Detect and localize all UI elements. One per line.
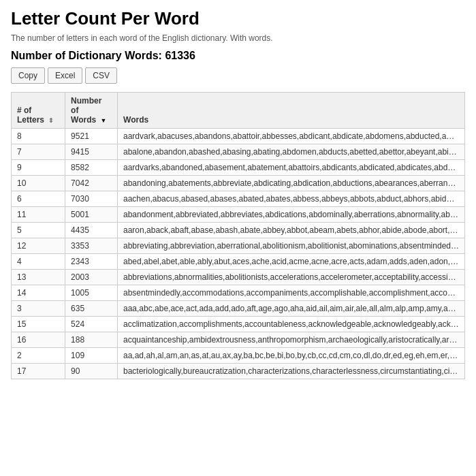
table-row: 42343abed,abel,abet,able,ably,abut,aces,… — [12, 254, 465, 270]
cell-words: aa,ad,ah,al,am,an,as,at,au,ax,ay,ba,bc,b… — [118, 348, 465, 364]
csv-button[interactable]: CSV — [85, 67, 117, 84]
col-words: Words — [118, 93, 465, 129]
col-word-count[interactable]: NumberofWords ▼ — [65, 93, 118, 129]
cell-count: 109 — [65, 348, 118, 364]
cell-letters: 4 — [12, 254, 65, 270]
cell-words: acclimatization,accomplishments,accounta… — [118, 317, 465, 332]
cell-count: 9415 — [65, 144, 118, 160]
cell-letters: 11 — [12, 207, 65, 223]
cell-letters: 2 — [12, 348, 65, 364]
cell-letters: 7 — [12, 144, 65, 160]
cell-words: aardvarks,abandoned,abasement,abatement,… — [118, 160, 465, 176]
sort-icon-words: ▼ — [101, 117, 107, 124]
cell-count: 8582 — [65, 160, 118, 176]
cell-words: abbreviations,abnormalities,abolitionist… — [118, 270, 465, 285]
table-row: 16188acquaintanceship,ambidextrousness,a… — [12, 332, 465, 348]
cell-letters: 5 — [12, 223, 65, 238]
cell-letters: 3 — [12, 301, 65, 317]
table-row: 3635aaa,abc,abe,ace,act,ada,add,ado,aft,… — [12, 301, 465, 317]
table-row: 89521aardvark,abacuses,abandons,abattoir… — [12, 129, 465, 144]
table-row: 1790bacteriologically,bureaucratization,… — [12, 364, 465, 379]
data-table: # ofLetters ⇕ NumberofWords ▼ Words 8952… — [11, 92, 465, 379]
table-row: 2109aa,ad,ah,al,am,an,as,at,au,ax,ay,ba,… — [12, 348, 465, 364]
cell-letters: 16 — [12, 332, 65, 348]
cell-count: 7030 — [65, 191, 118, 207]
cell-count: 5001 — [65, 207, 118, 223]
copy-button[interactable]: Copy — [11, 67, 45, 84]
table-row: 107042abandoning,abatements,abbreviate,a… — [12, 176, 465, 191]
cell-words: aaa,abc,abe,ace,act,ada,add,ado,aft,age,… — [118, 301, 465, 317]
table-row: 132003abbreviations,abnormalities,abolit… — [12, 270, 465, 285]
cell-letters: 15 — [12, 317, 65, 332]
table-row: 67030aachen,abacus,abased,abases,abated,… — [12, 191, 465, 207]
table-row: 15524acclimatization,accomplishments,acc… — [12, 317, 465, 332]
subtitle: The number of letters in each word of th… — [11, 33, 465, 43]
table-row: 115001abandonment,abbreviated,abbreviate… — [12, 207, 465, 223]
cell-words: abandoning,abatements,abbreviate,abdicat… — [118, 176, 465, 191]
col-letters[interactable]: # ofLetters ⇕ — [12, 93, 65, 129]
sort-icon-letters: ⇕ — [48, 117, 54, 124]
cell-letters: 6 — [12, 191, 65, 207]
cell-count: 188 — [65, 332, 118, 348]
cell-words: abandonment,abbreviated,abbreviates,abdi… — [118, 207, 465, 223]
cell-letters: 9 — [12, 160, 65, 176]
cell-letters: 10 — [12, 176, 65, 191]
cell-words: aardvark,abacuses,abandons,abattoir,abbe… — [118, 129, 465, 144]
cell-count: 635 — [65, 301, 118, 317]
cell-count: 524 — [65, 317, 118, 332]
cell-words: aachen,abacus,abased,abases,abated,abate… — [118, 191, 465, 207]
table-row: 123353abbreviating,abbreviation,aberrati… — [12, 238, 465, 254]
excel-button[interactable]: Excel — [48, 67, 82, 84]
cell-words: abed,abel,abet,able,ably,abut,aces,ache,… — [118, 254, 465, 270]
cell-count: 4435 — [65, 223, 118, 238]
cell-count: 2343 — [65, 254, 118, 270]
cell-words: aaron,aback,abaft,abase,abash,abate,abbe… — [118, 223, 465, 238]
cell-letters: 17 — [12, 364, 65, 379]
cell-words: bacteriologically,bureaucratization,char… — [118, 364, 465, 379]
word-count: Number of Dictionary Words: 61336 — [11, 50, 465, 62]
cell-letters: 8 — [12, 129, 65, 144]
button-group: Copy Excel CSV — [11, 67, 465, 84]
cell-count: 1005 — [65, 285, 118, 301]
cell-words: abalone,abandon,abashed,abasing,abating,… — [118, 144, 465, 160]
cell-count: 7042 — [65, 176, 118, 191]
page-title: Letter Count Per Word — [11, 8, 465, 29]
cell-words: acquaintanceship,ambidextrousness,anthro… — [118, 332, 465, 348]
cell-letters: 14 — [12, 285, 65, 301]
table-row: 54435aaron,aback,abaft,abase,abash,abate… — [12, 223, 465, 238]
cell-count: 3353 — [65, 238, 118, 254]
table-row: 141005absentmindedly,accommodations,acco… — [12, 285, 465, 301]
cell-count: 90 — [65, 364, 118, 379]
cell-letters: 13 — [12, 270, 65, 285]
table-row: 79415abalone,abandon,abashed,abasing,aba… — [12, 144, 465, 160]
cell-count: 9521 — [65, 129, 118, 144]
cell-words: abbreviating,abbreviation,aberrational,a… — [118, 238, 465, 254]
cell-count: 2003 — [65, 270, 118, 285]
cell-words: absentmindedly,accommodations,accompanim… — [118, 285, 465, 301]
cell-letters: 12 — [12, 238, 65, 254]
table-row: 98582aardvarks,abandoned,abasement,abate… — [12, 160, 465, 176]
